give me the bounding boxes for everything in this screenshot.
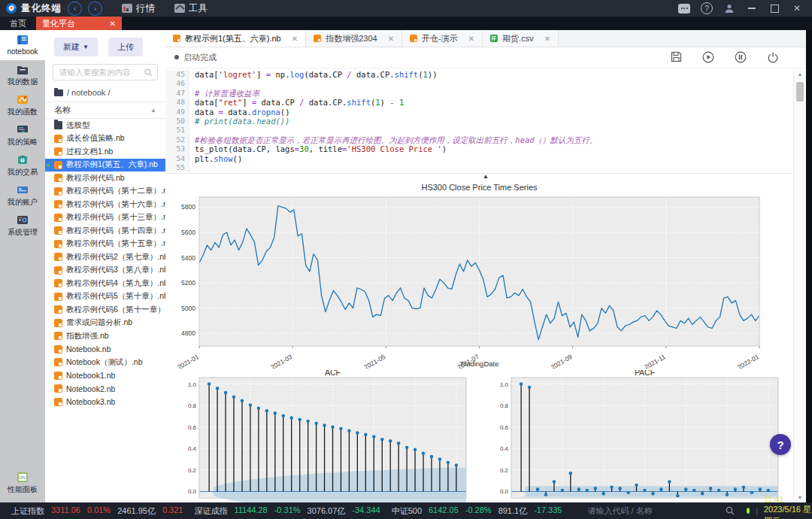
tab-close-icon[interactable]: ✕	[292, 35, 298, 43]
clock: 11:41 2023/5/16 星期二	[764, 495, 812, 519]
file-row[interactable]: 教程示例代码5（第十章）.nb	[45, 290, 165, 304]
file-row[interactable]: 教程示例代码（第十二章）.nb	[45, 185, 165, 199]
file-search[interactable]	[53, 64, 158, 80]
file-list-header[interactable]: 名称 ▲	[45, 102, 165, 119]
user-icon[interactable]	[723, 2, 735, 14]
file-search-input[interactable]	[58, 67, 144, 77]
save-button[interactable]	[671, 51, 682, 63]
code-text: # 计算普通收益率	[189, 89, 259, 98]
new-button[interactable]: 新建 ▼	[54, 38, 98, 56]
file-row[interactable]: Notebook2.nb	[45, 382, 165, 396]
tab-quant-platform[interactable]: 量化平台 ✕	[36, 17, 122, 30]
vertical-scrollbar[interactable]: ▲ ▼	[793, 70, 806, 502]
code-line[interactable]: 45data['logret'] = np.log(data.CP / data…	[165, 70, 806, 79]
tab-close-icon[interactable]: ✕	[388, 35, 394, 43]
code-line[interactable]: 52#检验各组数据是否正常显示，若正常显示再进行绘图。为起到方便作用，设定取出前…	[165, 135, 806, 144]
sidebar-item-my-functions[interactable]: 我的函数	[0, 90, 45, 120]
sidebar-item-my-trades[interactable]: 我的交易	[0, 150, 45, 181]
scrollbar-thumb[interactable]	[796, 82, 804, 102]
file-row[interactable]: 教程示例代码（第十四章）.nb	[45, 224, 165, 238]
feedback-icon[interactable]	[678, 2, 690, 14]
file-row[interactable]: 过程文档1.nb	[45, 145, 165, 159]
code-line[interactable]: 55	[165, 163, 806, 172]
code-line[interactable]: 46	[165, 79, 806, 88]
menu-market[interactable]: 行情	[122, 2, 155, 15]
index-ticker[interactable]: 上证指数3311.060.01%2461.95亿0.321	[11, 505, 183, 517]
index-change: -17.335	[534, 505, 562, 517]
file-row[interactable]: 成长价值策略.nb	[45, 132, 165, 146]
upload-button[interactable]: 上传	[108, 38, 143, 56]
sort-asc-icon[interactable]: ▲	[150, 107, 156, 114]
file-row[interactable]: 教程示例代码2（第七章）.nb	[45, 250, 165, 264]
file-row[interactable]: 选股型	[45, 119, 165, 132]
file-row[interactable]: 指数增强.nb	[45, 329, 165, 343]
file-name: Notebook（测试）.nb	[66, 357, 143, 368]
code-line[interactable]: 51	[165, 126, 806, 135]
code-line[interactable]: 47# 计算普通收益率	[165, 89, 806, 98]
index-ticker[interactable]: 中证5006142.05-0.28%891.1亿-17.335	[392, 505, 562, 517]
file-row[interactable]: 需求或问题分析.nb	[45, 317, 165, 330]
notebook-tab[interactable]: 指数增强2304✕	[306, 30, 402, 47]
file-row[interactable]: Notebook（测试）.nb	[45, 356, 165, 369]
sidebar-item-my-account[interactable]: 我的账户	[0, 181, 45, 211]
file-row[interactable]: 教程示例代码6（第十一章）.nb	[45, 303, 165, 317]
code-editor[interactable]: 45data['logret'] = np.log(data.CP / data…	[165, 70, 806, 174]
hs300-chart: 4800500052005400560058002021-012021-0320…	[177, 182, 801, 372]
scroll-up-icon[interactable]: ▲	[794, 70, 806, 79]
index-ticker-list: 上证指数3311.060.01%2461.95亿0.321深证成指11144.2…	[0, 505, 562, 517]
svg-text:0.0: 0.0	[188, 488, 197, 495]
tab-close-icon[interactable]: ✕	[468, 35, 474, 43]
menu-tools[interactable]: 工具	[174, 2, 208, 15]
sidebar-item-my-data[interactable]: 我的数据	[0, 60, 45, 90]
file-row[interactable]: 教程示例代码（第十五章）.nb	[45, 238, 165, 251]
back-button[interactable]: ‹	[68, 2, 82, 16]
sidebar-item-system-admin[interactable]: 系统管理	[0, 211, 45, 241]
code-line[interactable]: 49data = data.dropna()	[165, 108, 806, 117]
file-panel: 新建 ▼ 上传 / notebook / 名称 ▲ 选股型成长价值策略.nb过程…	[45, 30, 166, 502]
file-name: 教程示例代码5（第十章）.nb	[66, 291, 165, 302]
close-button[interactable]: ✕	[791, 2, 803, 14]
file-row[interactable]: 教程示例代码3（第八章）.nb	[45, 264, 165, 278]
svg-text:0.4: 0.4	[188, 445, 197, 452]
help-icon[interactable]: ?	[701, 2, 713, 14]
code-line[interactable]: 54plt.show()	[165, 154, 806, 163]
file-row[interactable]: 教程示例代码（第十三章）.nb	[45, 211, 165, 225]
index-ticker[interactable]: 深证成指11144.28-0.31%3076.07亿-34.344	[194, 505, 380, 517]
file-name: Notebook1.nb	[66, 371, 115, 380]
index-price: 11144.28	[234, 505, 267, 517]
code-text	[189, 79, 195, 88]
minimize-button[interactable]	[746, 2, 758, 14]
file-row[interactable]: Notebook.nb	[45, 343, 165, 357]
breadcrumb[interactable]: / notebook /	[45, 86, 165, 102]
file-row[interactable]: Notebook1.nb	[45, 369, 165, 383]
notebook-tab[interactable]: 开仓-演示✕	[402, 30, 483, 47]
floating-help-button[interactable]: ?	[770, 434, 791, 455]
file-row[interactable]: 教程示例代码4（第九章）.nb	[45, 277, 165, 290]
line-number: 47	[165, 89, 189, 98]
code-line[interactable]: 53ts_plot(data.CP, lags=30, title='HS300…	[165, 144, 806, 153]
file-row[interactable]: Notebook3.nb	[45, 396, 165, 409]
forward-button[interactable]: ›	[88, 2, 102, 16]
code-line[interactable]: 48data["ret"] = data.CP / data.CP.shift(…	[165, 98, 806, 107]
file-row[interactable]: 教程示例1(第五、六章).nb	[45, 159, 165, 172]
tab-home[interactable]: 首页	[0, 17, 36, 30]
code-line[interactable]: 50# print(data.head())	[165, 117, 806, 126]
maximize-button[interactable]	[768, 2, 780, 14]
file-row[interactable]: 教程示例代码.nb	[45, 171, 165, 185]
tab-close-icon[interactable]: ✕	[544, 35, 550, 43]
pause-button[interactable]	[735, 51, 747, 63]
app-title: 量化终端	[21, 2, 62, 15]
run-button[interactable]	[702, 51, 714, 63]
tab-close-icon[interactable]: ✕	[110, 20, 116, 28]
sidebar-item-my-strategies[interactable]: 我的策略	[0, 120, 45, 150]
notebook-tab[interactable]: 期货.csv✕	[483, 30, 559, 47]
index-name: 中证500	[392, 505, 422, 517]
ticker-search[interactable]: 请输入代码 / 名称	[587, 505, 734, 517]
file-row[interactable]: 教程示例代码（第十六章）.nb	[45, 198, 165, 211]
notebook-tab[interactable]: 教程示例1(第五、六章).nb✕	[165, 30, 306, 47]
collapse-output-arrow[interactable]: ▲	[165, 173, 806, 181]
shutdown-button[interactable]	[767, 51, 779, 63]
sidebar-item-performance-panel[interactable]: CPU 性能面板	[0, 468, 45, 498]
notebook-file-icon	[54, 187, 62, 196]
sidebar-item-notebook[interactable]: notebook	[0, 30, 45, 60]
